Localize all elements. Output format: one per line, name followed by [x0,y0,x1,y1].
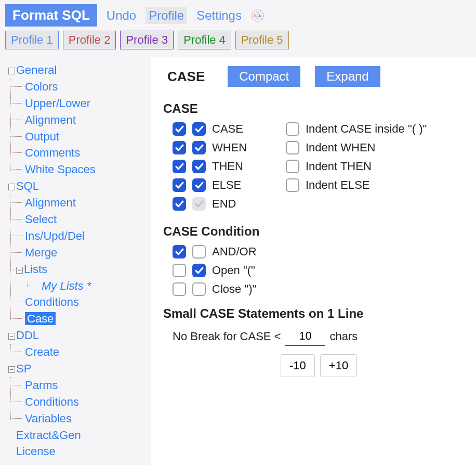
sidebar-tree: −General Colors Upper/Lower Alignment Ou… [0,57,151,465]
tree-parms[interactable]: Parms [25,379,58,392]
case-then-cb2[interactable] [192,160,206,173]
case-row-label: END [212,197,259,211]
tree-alignment-general[interactable]: Alignment [25,113,76,126]
cond-2-cb2[interactable] [192,282,206,296]
case-then-cb1[interactable] [173,160,186,173]
tree-variables[interactable]: Variables [25,412,72,425]
tree-mylists[interactable]: My Lists * [42,279,91,292]
tree-expander[interactable]: − [8,333,15,340]
tree-output[interactable]: Output [25,130,59,143]
tree-select[interactable]: Select [25,213,57,226]
tree-sp[interactable]: SP [16,362,31,375]
cond-row-label: Close ")" [212,282,256,296]
tree-colors[interactable]: Colors [25,80,58,93]
cond-0-cb2[interactable] [192,245,206,259]
no-break-label-suffix: chars [329,330,358,343]
profile-tab-4[interactable]: Profile 4 [178,31,231,49]
tree-insupddel[interactable]: Ins/Upd/Del [25,229,85,242]
minus-10-button[interactable]: -10 [281,354,315,377]
tree-lists[interactable]: Lists [24,263,47,276]
case-section-heading: CASE [163,101,464,116]
indent-then-cb[interactable] [286,160,299,173]
profile-tab-2[interactable]: Profile 2 [63,31,116,49]
indent-row-label: Indent THEN [306,160,372,173]
indent-else-cb[interactable] [286,178,299,192]
tree-expander[interactable]: − [8,68,15,74]
indent-when-cb[interactable] [286,141,299,154]
settings-link[interactable]: Settings [196,8,242,23]
sql-logo-icon: SQL [251,9,265,22]
cond-2-cb1[interactable] [173,282,186,296]
case-row-label: THEN [212,160,259,173]
tree-conditions-sp[interactable]: Conditions [25,395,79,408]
cond-0-cb1[interactable] [173,245,186,259]
tree-sql[interactable]: SQL [16,179,39,192]
case-case-cb1[interactable] [173,122,186,136]
tree-conditions-sql[interactable]: Conditions [25,295,79,308]
tree-alignment-sql[interactable]: Alignment [25,196,76,209]
no-break-chars-input[interactable] [285,327,325,346]
tree-ddl[interactable]: DDL [16,329,39,342]
case-row-label: CASE [212,122,259,136]
tree-create[interactable]: Create [25,345,59,358]
indent-row-label: Indent WHEN [306,141,376,154]
case-cond-heading: CASE Condition [163,224,464,239]
indent-case-cb[interactable] [286,122,299,136]
tree-extractgen[interactable]: Extract&Gen [16,429,81,442]
case-end-cb1[interactable] [173,197,186,211]
case-when-cb1[interactable] [173,141,186,154]
case-row-label: ELSE [212,178,259,192]
tree-expander[interactable]: − [16,267,23,274]
svg-text:SQL: SQL [254,14,261,18]
case-end-cb2 [192,197,206,211]
tree-expander[interactable]: − [8,184,15,190]
case-row-label: WHEN [212,141,259,154]
expand-button[interactable]: Expand [315,66,380,87]
cond-row-label: Open "(" [212,264,255,277]
tree-general[interactable]: General [16,63,57,76]
cond-1-cb1[interactable] [173,264,186,277]
tree-case[interactable]: Case [25,312,56,325]
no-break-label-prefix: No Break for CASE < [173,330,281,343]
indent-row-label: Indent CASE inside "( )" [306,122,427,136]
case-when-cb2[interactable] [192,141,206,154]
profile-link[interactable]: Profile [146,7,187,24]
cond-row-label: AND/OR [212,245,257,259]
format-sql-button[interactable]: Format SQL [5,4,97,27]
tree-expander[interactable]: − [8,366,15,373]
profile-tab-3[interactable]: Profile 3 [120,31,174,49]
cond-1-cb2[interactable] [192,264,206,277]
compact-button[interactable]: Compact [228,66,300,87]
page-title: CASE [167,69,205,85]
tree-comments[interactable]: Comments [25,146,80,159]
tree-merge[interactable]: Merge [25,246,57,259]
undo-link[interactable]: Undo [107,8,136,23]
case-case-cb2[interactable] [192,122,206,136]
tree-upperlower[interactable]: Upper/Lower [25,97,90,110]
plus-10-button[interactable]: +10 [320,354,357,377]
profile-tab-1[interactable]: Profile 1 [5,31,59,49]
small-case-heading: Small CASE Statements on 1 Line [163,306,464,321]
tree-license[interactable]: License [16,445,56,458]
case-else-cb2[interactable] [192,178,206,192]
tree-whitespaces[interactable]: White Spaces [25,163,96,176]
indent-row-label: Indent ELSE [306,178,370,192]
case-else-cb1[interactable] [173,178,186,192]
profile-tab-5[interactable]: Profile 5 [235,31,289,49]
